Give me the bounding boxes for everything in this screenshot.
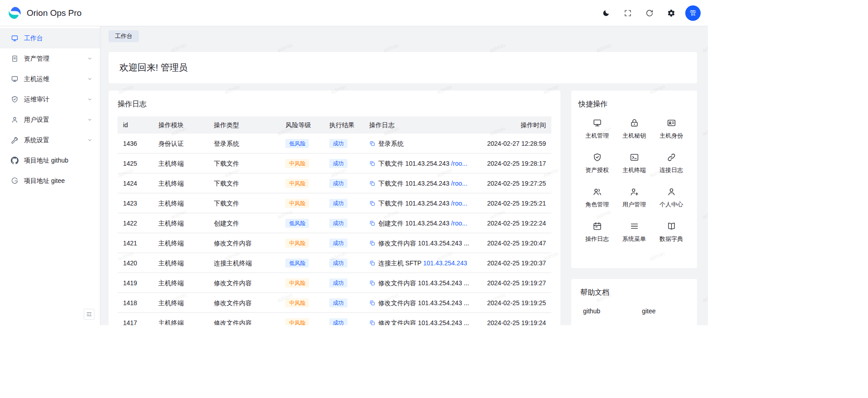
risk-badge: 中风险	[285, 199, 309, 208]
sidebar-item-label: 用户设置	[24, 116, 81, 124]
copy-icon[interactable]	[369, 320, 375, 326]
cell-time: 2024-02-25 19:27:25	[478, 173, 551, 193]
cell-module: 身份认证	[153, 134, 209, 153]
sidebar: 工作台资产管理主机运维运维审计用户设置系统设置项目地址 github项目地址 g…	[0, 26, 100, 325]
quick-action-5[interactable]: 连接日志	[653, 153, 690, 174]
log-link[interactable]: /roo...	[451, 200, 467, 207]
cell-risk: 中风险	[280, 233, 323, 253]
result-badge: 成功	[329, 259, 347, 268]
gitee-icon	[11, 177, 19, 185]
cell-time: 2024-02-27 12:28:59	[478, 134, 551, 153]
copy-icon[interactable]	[369, 160, 375, 167]
moon-icon	[602, 9, 610, 17]
operation-log-table: id操作模块操作类型风险等级执行结果操作日志操作时间 1436身份认证登录系统低…	[118, 116, 551, 325]
log-link[interactable]: /roo...	[451, 220, 467, 227]
log-link[interactable]: /roo...	[451, 180, 467, 187]
cell-risk: 中风险	[280, 193, 323, 213]
quick-action-7[interactable]: 用户管理	[616, 187, 653, 209]
sidebar-item-1[interactable]: 资产管理	[0, 48, 100, 69]
log-text: 连接主机 SFTP 101.43.254.243	[378, 259, 467, 268]
copy-icon[interactable]	[369, 280, 375, 286]
cell-result: 成功	[324, 153, 364, 173]
help-links: githubgitee	[580, 307, 688, 315]
cell-log: 连接主机 SFTP 101.43.254.243	[364, 253, 478, 273]
cell-risk: 中风险	[280, 293, 323, 313]
quick-action-8[interactable]: 个人中心	[653, 187, 690, 209]
result-badge: 成功	[329, 239, 347, 248]
copy-icon[interactable]	[369, 180, 375, 187]
link-icon	[667, 153, 676, 162]
result-badge: 成功	[329, 199, 347, 208]
column-header: 操作模块	[153, 116, 209, 134]
table-row: 1420主机终端连接主机终端低风险成功连接主机 SFTP 101.43.254.…	[118, 253, 551, 273]
chevron-down-icon	[87, 76, 93, 82]
quick-action-label: 连接日志	[659, 166, 683, 174]
system-icon	[11, 136, 19, 144]
users-icon	[593, 187, 602, 197]
tab-workbench[interactable]: 工作台	[109, 30, 139, 42]
sidebar-item-5[interactable]: 系统设置	[0, 130, 100, 150]
welcome-message: 欢迎回来! 管理员	[119, 62, 188, 72]
copy-icon[interactable]	[369, 260, 375, 266]
quick-action-6[interactable]: 角色管理	[579, 187, 616, 209]
sidebar-item-3[interactable]: 运维审计	[0, 89, 100, 110]
github-icon	[11, 157, 19, 164]
cell-id: 1421	[118, 233, 153, 253]
quick-action-label: 资产授权	[585, 166, 609, 174]
quick-action-9[interactable]: 操作日志	[579, 221, 616, 243]
welcome-card: 欢迎回来! 管理员	[109, 52, 697, 83]
quick-action-10[interactable]: 系统菜单	[616, 221, 653, 243]
quick-action-3[interactable]: 资产授权	[579, 153, 616, 174]
settings-button[interactable]	[664, 5, 679, 21]
cell-time: 2024-02-25 19:20:37	[478, 253, 551, 273]
table-row: 1421主机终端修改文件内容中风险成功修改文件内容 101.43.254.243…	[118, 233, 551, 253]
host-icon	[11, 75, 19, 83]
fullscreen-button[interactable]	[620, 5, 636, 21]
risk-badge: 低风险	[285, 259, 309, 268]
cell-result: 成功	[324, 313, 364, 326]
cell-type: 修改文件内容	[209, 293, 280, 313]
quick-action-4[interactable]: 主机终端	[616, 153, 653, 174]
quick-action-label: 操作日志	[585, 235, 609, 243]
cell-risk: 中风险	[280, 273, 323, 293]
risk-badge: 中风险	[285, 179, 309, 188]
copy-icon[interactable]	[369, 140, 375, 147]
quick-action-1[interactable]: 主机秘钥	[616, 118, 653, 140]
column-header: id	[118, 116, 153, 134]
result-badge: 成功	[329, 139, 347, 148]
copy-icon[interactable]	[369, 300, 375, 306]
cell-result: 成功	[324, 253, 364, 273]
column-header: 操作日志	[364, 116, 478, 134]
user-icon	[667, 187, 676, 197]
log-link[interactable]: 101.43.254.243	[423, 259, 467, 267]
quick-action-2[interactable]: 主机身份	[653, 118, 690, 140]
user-avatar[interactable]: 管	[685, 5, 701, 21]
refresh-button[interactable]	[642, 5, 657, 21]
user-add-icon	[630, 187, 639, 197]
copy-icon[interactable]	[369, 200, 375, 206]
cell-type: 连接主机终端	[209, 253, 280, 273]
sidebar-item-6[interactable]: 项目地址 github	[0, 150, 100, 171]
help-link-gitee[interactable]: gitee	[642, 307, 655, 315]
sidebar-item-7[interactable]: 项目地址 gitee	[0, 171, 100, 191]
log-text: 修改文件内容 101.43.254.243 ...	[378, 298, 469, 307]
sidebar-item-2[interactable]: 主机运维	[0, 69, 100, 89]
sidebar-collapse-button[interactable]	[84, 309, 95, 320]
cell-log: 登录系统	[364, 134, 478, 153]
risk-badge: 低风险	[285, 219, 309, 228]
sidebar-item-4[interactable]: 用户设置	[0, 110, 100, 130]
help-link-github[interactable]: github	[583, 307, 600, 315]
cell-log: 修改文件内容 101.43.254.243 ...	[364, 293, 478, 313]
sidebar-item-0[interactable]: 工作台	[0, 28, 100, 48]
log-link[interactable]: /roo...	[451, 160, 467, 167]
cell-log: 下载文件 101.43.254.243 /roo...	[364, 153, 478, 173]
cell-log: 下载文件 101.43.254.243 /roo...	[364, 173, 478, 193]
quick-action-11[interactable]: 数据字典	[653, 221, 690, 243]
copy-icon[interactable]	[369, 240, 375, 246]
quick-action-0[interactable]: 主机管理	[579, 118, 616, 140]
copy-icon[interactable]	[369, 220, 375, 226]
theme-toggle-button[interactable]	[598, 5, 614, 21]
table-row: 1418主机终端修改文件内容中风险成功修改文件内容 101.43.254.243…	[118, 293, 551, 313]
cell-type: 登录系统	[209, 134, 280, 153]
log-text: 创建文件 101.43.254.243 /roo...	[378, 219, 467, 228]
